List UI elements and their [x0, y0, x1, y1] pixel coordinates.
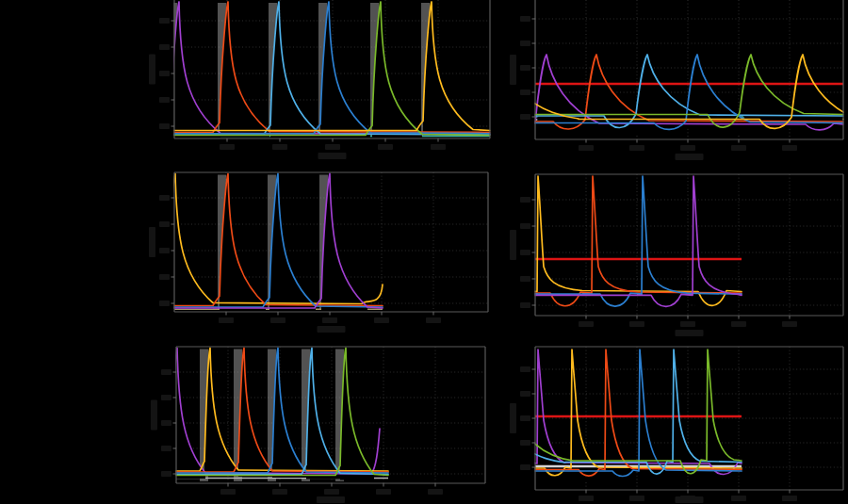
curve-fills	[167, 174, 367, 314]
subplot-bottom-left	[151, 347, 485, 503]
y-tick-label-smudge	[159, 301, 170, 306]
x-tick-label-smudge	[324, 489, 339, 495]
x-tick-label-smudge	[680, 321, 695, 327]
y-tick-label-smudge	[520, 415, 530, 421]
y-tick-label-smudge	[520, 276, 530, 282]
y-tick-label-smudge	[159, 18, 170, 24]
y-tick-label-smudge	[161, 420, 171, 426]
x-axis-label-smudge	[317, 496, 345, 503]
y-tick-label-smudge	[159, 71, 170, 76]
plot-area	[496, 174, 843, 316]
y-axis-label-smudge	[149, 227, 155, 257]
y-tick-label-smudge	[520, 391, 530, 397]
x-tick-label-smudge	[680, 145, 695, 151]
x-axis-label-smudge	[676, 330, 704, 336]
plot-area	[511, 347, 843, 490]
x-tick-label-smudge	[220, 144, 235, 150]
y-tick-label-smudge	[159, 97, 170, 103]
y-tick-label-smudge	[159, 248, 170, 253]
y-tick-label-smudge	[520, 302, 530, 308]
y-tick-label-smudge	[159, 274, 170, 280]
plot-area	[160, 172, 488, 313]
y-tick-label-smudge	[520, 250, 530, 255]
y-tick-label-smudge	[520, 65, 530, 71]
x-tick-label-smudge	[374, 317, 389, 323]
x-tick-label-smudge	[782, 145, 797, 151]
y-tick-label-smudge	[161, 395, 171, 400]
y-tick-label-smudge	[520, 197, 530, 203]
x-tick-label-smudge	[731, 321, 746, 327]
x-tick-label-smudge	[378, 144, 393, 150]
x-tick-label-smudge	[629, 145, 644, 151]
plot-area	[165, 347, 485, 483]
y-tick-label-smudge	[161, 471, 171, 477]
y-tick-label-smudge	[520, 464, 530, 470]
x-tick-label-smudge	[731, 496, 746, 501]
y-tick-label-smudge	[161, 369, 171, 375]
x-tick-label-smudge	[731, 145, 746, 151]
x-tick-label-smudge	[782, 321, 797, 327]
plot-area	[163, 0, 490, 140]
x-tick-label-smudge	[272, 489, 287, 495]
x-axis-label-smudge	[318, 153, 347, 159]
x-tick-label-smudge	[431, 144, 446, 150]
x-tick-label-smudge	[629, 496, 644, 501]
x-tick-label-smudge	[322, 317, 337, 323]
x-tick-label-smudge	[629, 321, 644, 327]
x-tick-label-smudge	[579, 145, 594, 151]
x-axis-label-smudge	[676, 496, 704, 503]
x-tick-label-smudge	[220, 489, 236, 495]
figure-canvas	[0, 0, 848, 504]
x-tick-label-smudge	[272, 144, 287, 150]
y-tick-label-smudge	[520, 89, 530, 95]
y-axis-label-smudge	[149, 55, 155, 85]
charts-figure	[0, 0, 848, 504]
subplot-mid-left	[149, 172, 488, 333]
x-tick-label-smudge	[579, 321, 594, 327]
subplot-bottom-right	[510, 347, 843, 503]
y-tick-label-smudge	[520, 223, 530, 229]
subplot-top-left	[149, 0, 490, 159]
y-tick-label-smudge	[161, 446, 171, 451]
y-axis-label-smudge	[151, 400, 157, 431]
y-axis-label-smudge	[510, 230, 516, 260]
x-tick-label-smudge	[428, 489, 443, 495]
y-tick-label-smudge	[159, 44, 170, 50]
y-axis-label-smudge	[510, 403, 516, 433]
x-tick-label-smudge	[219, 317, 234, 323]
y-tick-label-smudge	[159, 195, 170, 201]
y-tick-label-smudge	[520, 114, 530, 120]
y-tick-label-smudge	[159, 221, 170, 227]
y-tick-label-smudge	[159, 123, 170, 129]
y-tick-label-smudge	[520, 16, 530, 22]
x-tick-label-smudge	[376, 489, 391, 495]
subplot-top-right	[503, 0, 848, 160]
plot-area	[503, 0, 848, 139]
y-tick-label-smudge	[520, 440, 530, 446]
y-axis-label-smudge	[510, 55, 516, 85]
x-tick-label-smudge	[579, 496, 594, 501]
subplot-mid-right	[496, 174, 843, 336]
x-tick-label-smudge	[325, 144, 340, 150]
x-tick-label-smudge	[782, 496, 797, 501]
x-tick-label-smudge	[426, 317, 441, 323]
y-tick-label-smudge	[520, 366, 530, 372]
x-axis-label-smudge	[676, 154, 704, 160]
x-axis-label-smudge	[318, 326, 346, 333]
y-tick-label-smudge	[520, 41, 530, 46]
x-tick-label-smudge	[270, 317, 285, 323]
